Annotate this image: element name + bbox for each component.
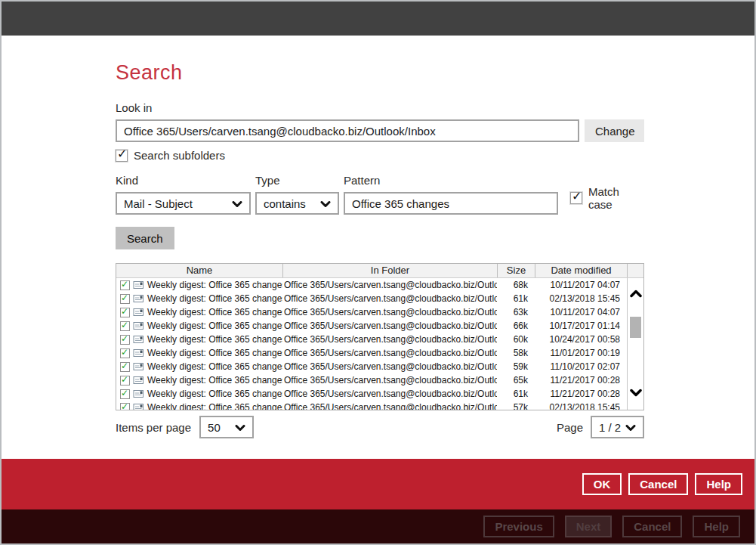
row-checkbox-checked-icon[interactable]: ✓ [120, 308, 130, 317]
items-per-page-value: 50 [208, 421, 221, 434]
search-subfolders-checkbox[interactable]: ✓ Search subfolders [116, 149, 644, 162]
ok-button[interactable]: OK [582, 473, 622, 495]
column-header-in-folder[interactable]: In Folder [282, 264, 497, 277]
result-date-modified: 11/01/2017 00:19 [535, 348, 627, 358]
result-name-cell: ✓Weekly digest: Office 365 changes [116, 280, 282, 290]
result-date-modified: 02/13/2018 15:45 [535, 402, 627, 410]
column-header-date-modified[interactable]: Date modified [535, 264, 627, 277]
column-header-size[interactable]: Size [497, 264, 535, 277]
wizard-help-button[interactable]: Help [693, 516, 740, 537]
search-panel: Search Look in Change ✓ Search subfolder… [2, 36, 754, 459]
table-row[interactable]: ✓Weekly digest: Office 365 changesOffice… [116, 387, 627, 401]
result-date-modified: 10/11/2017 04:07 [535, 280, 627, 290]
result-name-cell: ✓Weekly digest: Office 365 changes [116, 320, 282, 331]
row-checkbox-checked-icon[interactable]: ✓ [120, 335, 130, 345]
row-checkbox-checked-icon[interactable]: ✓ [120, 376, 130, 386]
look-in-input[interactable] [116, 119, 579, 142]
email-icon [133, 403, 144, 410]
page-select[interactable]: 1 / 2 [591, 416, 644, 438]
email-icon [133, 280, 144, 290]
scrollbar-thumb[interactable] [630, 317, 641, 338]
result-name-cell: ✓Weekly digest: Office 365 changes [116, 348, 282, 358]
result-size: 68k [497, 280, 535, 290]
email-icon [133, 348, 144, 358]
type-select[interactable]: contains [255, 192, 339, 215]
result-size: 60k [497, 334, 535, 345]
pattern-input[interactable] [344, 192, 558, 215]
checkbox-checked-icon[interactable]: ✓ [116, 150, 128, 162]
result-size: 59k [497, 361, 535, 372]
type-selected-value: contains [264, 197, 306, 210]
look-in-label: Look in [116, 101, 644, 114]
type-label: Type [255, 174, 339, 187]
kind-select[interactable]: Mail - Subject [116, 192, 251, 215]
search-button[interactable]: Search [116, 227, 174, 249]
result-folder: Office 365/Users/carven.tsang@cloudbacko… [282, 348, 497, 358]
row-checkbox-checked-icon[interactable]: ✓ [120, 403, 130, 410]
results-table: Name In Folder Size Date modified ✓Weekl… [116, 263, 644, 410]
table-row[interactable]: ✓Weekly digest: Office 365 changesOffice… [116, 333, 627, 346]
results-body: ✓Weekly digest: Office 365 changesOffice… [116, 278, 627, 410]
result-name: Weekly digest: Office 365 changes [147, 361, 282, 372]
scroll-down-icon[interactable] [630, 386, 642, 400]
table-row[interactable]: ✓Weekly digest: Office 365 changesOffice… [116, 292, 627, 305]
row-checkbox-checked-icon[interactable]: ✓ [120, 280, 130, 290]
change-button[interactable]: Change [585, 119, 644, 142]
row-checkbox-checked-icon[interactable]: ✓ [120, 348, 130, 358]
table-row[interactable]: ✓Weekly digest: Office 365 changesOffice… [116, 401, 627, 410]
kind-selected-value: Mail - Subject [124, 197, 193, 210]
column-header-name[interactable]: Name [116, 264, 282, 277]
result-name-cell: ✓Weekly digest: Office 365 changes [116, 375, 282, 386]
chevron-down-icon [320, 197, 331, 210]
checkbox-checked-icon[interactable]: ✓ [570, 192, 582, 204]
result-name-cell: ✓Weekly digest: Office 365 changes [116, 389, 282, 399]
page-value: 1 / 2 [599, 421, 621, 434]
result-name: Weekly digest: Office 365 changes [147, 334, 282, 345]
table-row[interactable]: ✓Weekly digest: Office 365 changesOffice… [116, 346, 627, 360]
help-button[interactable]: Help [695, 473, 742, 495]
cancel-button[interactable]: Cancel [628, 473, 688, 495]
result-name: Weekly digest: Office 365 changes [147, 375, 282, 386]
dialog-footer: OK Cancel Help [2, 459, 754, 509]
result-size: 61k [497, 293, 535, 304]
row-checkbox-checked-icon[interactable]: ✓ [120, 321, 130, 331]
next-button[interactable]: Next [565, 516, 613, 537]
column-header-scroll-spacer [627, 264, 643, 277]
previous-button[interactable]: Previous [483, 516, 554, 537]
match-case-checkbox[interactable]: ✓ Match case [570, 185, 644, 211]
row-checkbox-checked-icon[interactable]: ✓ [120, 389, 130, 399]
email-icon [133, 294, 144, 303]
result-name: Weekly digest: Office 365 changes [147, 402, 282, 410]
result-size: 65k [497, 375, 535, 386]
application-window: Search Look in Change ✓ Search subfolder… [0, 0, 756, 545]
search-subfolders-label: Search subfolders [134, 149, 225, 162]
email-icon [133, 308, 144, 317]
result-size: 63k [497, 307, 535, 317]
row-checkbox-checked-icon[interactable]: ✓ [120, 362, 130, 372]
page-title: Search [116, 61, 644, 85]
email-icon [133, 362, 144, 371]
scroll-up-icon[interactable] [630, 287, 642, 301]
result-folder: Office 365/Users/carven.tsang@cloudbacko… [282, 334, 497, 345]
result-folder: Office 365/Users/carven.tsang@cloudbacko… [282, 375, 497, 386]
result-size: 58k [497, 348, 535, 358]
row-checkbox-checked-icon[interactable]: ✓ [120, 294, 130, 304]
email-icon [133, 321, 144, 330]
table-row[interactable]: ✓Weekly digest: Office 365 changesOffice… [116, 373, 627, 387]
kind-label: Kind [116, 174, 251, 187]
table-row[interactable]: ✓Weekly digest: Office 365 changesOffice… [116, 319, 627, 333]
table-row[interactable]: ✓Weekly digest: Office 365 changesOffice… [116, 278, 627, 292]
wizard-cancel-button[interactable]: Cancel [622, 516, 682, 537]
result-size: 57k [497, 402, 535, 410]
page-label: Page [557, 421, 583, 434]
items-per-page-select[interactable]: 50 [199, 416, 254, 438]
result-name: Weekly digest: Office 365 changes [147, 307, 282, 317]
table-row[interactable]: ✓Weekly digest: Office 365 changesOffice… [116, 360, 627, 373]
vertical-scrollbar[interactable] [627, 278, 643, 410]
result-name: Weekly digest: Office 365 changes [147, 389, 282, 399]
email-icon [133, 376, 144, 385]
chevron-down-icon [235, 421, 245, 434]
result-date-modified: 11/10/2017 02:07 [535, 361, 627, 372]
table-row[interactable]: ✓Weekly digest: Office 365 changesOffice… [116, 305, 627, 319]
items-per-page-label: Items per page [116, 421, 191, 434]
